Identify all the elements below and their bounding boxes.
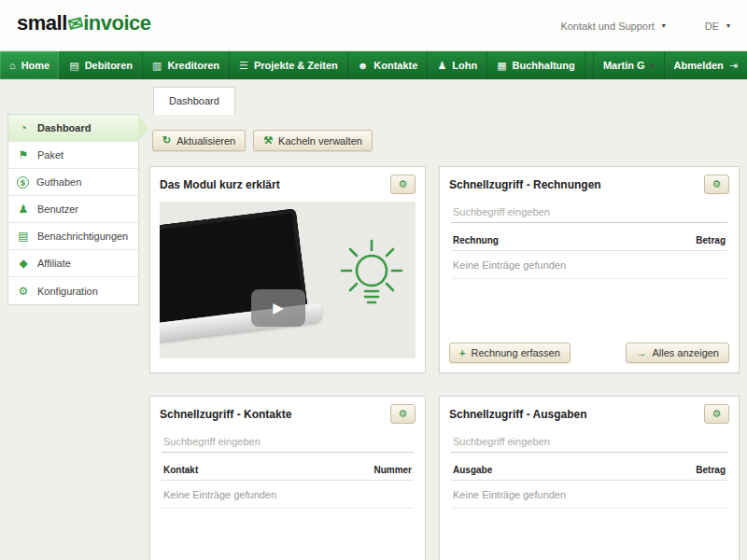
support-menu-label: Kontakt und Support (560, 21, 654, 32)
tile-settings-button[interactable]: ⚙ (390, 404, 416, 424)
tile-body: Ausgabe Betrag Keine Einträge gefunden (440, 428, 739, 518)
gear-icon: ⚙ (712, 408, 722, 419)
table-header: Ausgabe Betrag (451, 453, 727, 481)
dashboard-tiles: Das Modul kurz erklärt ⚙ ▶ (149, 166, 740, 560)
chevron-down-icon: ▾ (662, 21, 666, 30)
nav-item-home[interactable]: ⌂ Home (0, 51, 60, 79)
user-menu[interactable]: Martin G ▾ (593, 51, 664, 79)
sidebar-item-label: Affiliate (37, 258, 71, 269)
tab-dashboard[interactable]: Dashboard (153, 87, 235, 115)
contacts-icon: ☻ (358, 60, 369, 71)
sidebar-item-dashboard[interactable]: ◔ Dashboard (8, 115, 138, 142)
logout-button[interactable]: Abmelden ⇥ (664, 51, 747, 79)
empty-state: Keine Einträge gefunden (451, 251, 727, 279)
manage-tiles-button[interactable]: ⚒ Kacheln verwalten (253, 130, 373, 151)
tile-settings-button[interactable]: ⚙ (704, 404, 729, 424)
app-window: small✉invoice Kontakt und Support ▾ DE ▾… (0, 0, 747, 560)
language-label: DE (705, 21, 719, 32)
nav-item-label: Debitoren (85, 60, 133, 71)
sidebar-item-benutzer[interactable]: ♟ Benutzer (8, 196, 138, 223)
tile-title: Schnellzugriff - Ausgaben (449, 408, 587, 421)
sidebar-item-label: Paket (37, 149, 63, 161)
column-header-betrag: Betrag (696, 465, 726, 475)
play-icon: ▶ (273, 300, 284, 316)
gear-icon: ⚙ (399, 408, 408, 419)
nav-item-label: Kontakte (374, 60, 417, 71)
top-bar: small✉invoice Kontakt und Support ▾ DE ▾ (0, 0, 747, 51)
add-invoice-button[interactable]: + Rechnung erfassen (449, 343, 571, 363)
column-header-ausgabe: Ausgabe (453, 465, 492, 475)
sidebar-item-label: Dashboard (37, 122, 91, 133)
dashboard-icon: ◔ (17, 121, 30, 134)
empty-state: Keine Einträge gefunden (162, 481, 414, 509)
logout-label: Abmelden (674, 60, 724, 71)
sidebar-item-affiliate[interactable]: ◆ Affiliate (8, 250, 138, 277)
tile-header: Schnellzugriff - Kontakte ⚙ (150, 397, 425, 428)
plus-icon: + (459, 347, 465, 358)
tile-header: Schnellzugriff - Rechnungen ⚙ (440, 167, 739, 199)
manage-tiles-label: Kacheln verwalten (278, 135, 362, 147)
play-button[interactable]: ▶ (251, 289, 305, 327)
video-thumbnail[interactable]: ▶ (160, 202, 416, 358)
nav-modules: ⌂ Home ▤ Debitoren ▥ Kreditoren ☰ Projek… (0, 51, 585, 79)
affiliate-tag-icon: ◆ (17, 257, 30, 270)
projects-icon: ☰ (239, 60, 248, 72)
accounting-icon: ▦ (497, 60, 506, 72)
sidebar-item-paket[interactable]: ⚑ Paket (8, 142, 138, 169)
tile-header: Das Modul kurz erklärt ⚙ (150, 167, 425, 199)
language-menu[interactable]: DE ▾ (705, 21, 730, 32)
show-all-invoices-button[interactable]: → Alles anzeigen (626, 343, 729, 363)
nav-item-kreditoren[interactable]: ▥ Kreditoren (143, 51, 230, 79)
nav-item-kontakte[interactable]: ☻ Kontakte (348, 51, 429, 79)
nav-item-label: Lohn (452, 60, 477, 71)
tile-settings-button[interactable]: ⚙ (390, 175, 416, 194)
table-header: Rechnung Betrag (451, 223, 727, 251)
tile-module-explained: Das Modul kurz erklärt ⚙ ▶ (149, 166, 426, 373)
main-navigation: ⌂ Home ▤ Debitoren ▥ Kreditoren ☰ Projek… (0, 51, 747, 79)
tile-quick-invoices: Schnellzugriff - Rechnungen ⚙ Rechnung B… (439, 166, 740, 373)
expense-search-input[interactable] (451, 430, 727, 453)
tile-body: Kontakt Nummer Keine Einträge gefunden (150, 428, 425, 518)
nav-item-label: Buchhaltung (513, 60, 575, 71)
sidebar-item-label: Benachrichtigungen (37, 231, 128, 242)
notifications-folder-icon: ▤ (17, 230, 30, 243)
refresh-button[interactable]: ↻ Aktualisieren (152, 130, 246, 151)
tile-quick-expenses: Schnellzugriff - Ausgaben ⚙ Ausgabe Betr… (439, 396, 740, 560)
payroll-icon: ♟ (437, 60, 446, 72)
logout-icon: ⇥ (729, 60, 738, 72)
gear-icon: ⚙ (712, 178, 722, 189)
empty-state: Keine Einträge gefunden (451, 481, 727, 509)
sidebar-item-label: Guthaben (36, 176, 81, 188)
wrench-icon: ⚒ (263, 134, 273, 147)
column-header-rechnung: Rechnung (453, 235, 499, 245)
column-header-nummer: Nummer (374, 465, 412, 475)
add-invoice-label: Rechnung erfassen (471, 347, 559, 358)
sidebar-item-label: Konfiguration (37, 286, 98, 297)
chevron-down-icon: ▾ (651, 62, 655, 70)
topbar-menus: Kontakt und Support ▾ DE ▾ (560, 0, 730, 51)
sidebar-item-guthaben[interactable]: $ Guthaben (8, 169, 138, 196)
nav-item-buchhaltung[interactable]: ▦ Buchhaltung (487, 51, 585, 79)
tile-footer: + Rechnung erfassen → Alles anzeigen (449, 343, 729, 363)
column-header-kontakt: Kontakt (163, 465, 198, 475)
refresh-icon: ↻ (162, 134, 171, 147)
nav-item-lohn[interactable]: ♟ Lohn (428, 51, 487, 79)
tile-header: Schnellzugriff - Ausgaben ⚙ (440, 397, 739, 428)
arrow-right-icon: → (636, 347, 646, 358)
invoice-search-input[interactable] (451, 201, 727, 223)
nav-item-label: Kreditoren (167, 60, 219, 71)
tile-settings-button[interactable]: ⚙ (704, 175, 729, 194)
sidebar-item-benachrichtigungen[interactable]: ▤ Benachrichtigungen (8, 223, 138, 250)
logo-text-invoice: invoice (83, 11, 150, 35)
nav-item-label: Projekte & Zeiten (254, 60, 338, 71)
tile-body: Rechnung Betrag Keine Einträge gefunden (440, 199, 739, 288)
nav-item-projekte-zeiten[interactable]: ☰ Projekte & Zeiten (230, 51, 348, 79)
app-logo[interactable]: small✉invoice (17, 11, 151, 35)
support-menu[interactable]: Kontakt und Support ▾ (560, 21, 665, 32)
configuration-icon: ⚙ (17, 285, 30, 298)
tile-title: Schnellzugriff - Kontakte (160, 408, 291, 421)
sidebar-item-konfiguration[interactable]: ⚙ Konfiguration (8, 277, 138, 304)
nav-item-debitoren[interactable]: ▤ Debitoren (60, 51, 143, 79)
chevron-down-icon: ▾ (726, 21, 730, 30)
contact-search-input[interactable] (162, 430, 414, 453)
